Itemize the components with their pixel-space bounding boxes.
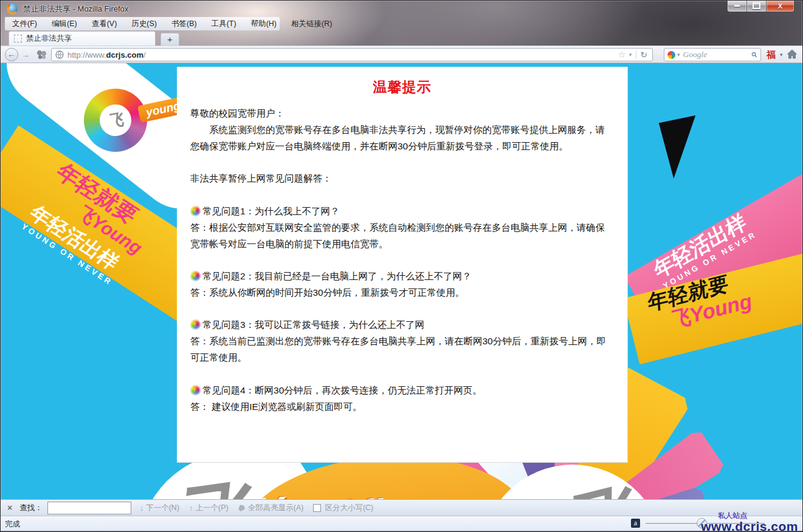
faq-answer: 答：系统从你断网的时间开始30分钟后，重新拨号才可正常使用。 bbox=[190, 284, 614, 301]
faq-pinwheel-icon bbox=[190, 319, 201, 330]
search-magnifier-icon[interactable] bbox=[751, 50, 757, 59]
faq-answer: 答：系统当前已监测出您的宽带账号存在多台电脑共享上网，请在断网30分钟后，重新拨… bbox=[190, 333, 614, 366]
forward-icon: → bbox=[21, 50, 30, 60]
menu-view[interactable]: 查看(V) bbox=[84, 19, 125, 29]
bookmark-star-icon[interactable]: ☆ bbox=[618, 49, 626, 60]
faq-question-text: 常见问题1：为什么我上不了网？ bbox=[202, 203, 340, 219]
url-prefix: http://www. bbox=[67, 50, 106, 60]
window-title: 禁止非法共享 - Mozilla Firefox bbox=[23, 4, 128, 15]
tab-title: 禁止非法共享 bbox=[26, 33, 72, 44]
urlbar-dropdown-icon[interactable]: ▾ bbox=[629, 52, 632, 58]
match-case-checkbox[interactable] bbox=[313, 504, 321, 512]
notice-panel: 温馨提示 尊敬的校园宽带用户： 系统监测到您的宽带账号存在多台电脑非法共享行为，… bbox=[177, 67, 628, 463]
find-label: 查找： bbox=[19, 503, 43, 513]
status-text: 完成 bbox=[5, 519, 20, 530]
notice-greeting: 尊敬的校园宽带用户： bbox=[190, 105, 614, 121]
menu-bookmarks[interactable]: 书签(B) bbox=[164, 19, 204, 29]
black-triangle-decor bbox=[655, 115, 699, 179]
menu-file[interactable]: 文件(F) bbox=[5, 19, 44, 29]
faq-question-text: 常见问题3：我可以正常拨号链接，为什么还上不了网 bbox=[202, 316, 424, 333]
url-suffix: / bbox=[143, 50, 146, 60]
navigation-toolbar: ← → http://www.dcrjs.com/ ☆ ▾ ↻ ▾ 福 ▾ bbox=[0, 46, 803, 63]
panorama-icon[interactable] bbox=[36, 50, 46, 60]
urlbar-separator bbox=[636, 50, 636, 59]
faq-question: 常见问题4：断网30分钟后，再次拨号连接，仍无法正常打开网页。 bbox=[190, 382, 614, 398]
down-arrow-icon: ↓ bbox=[140, 503, 144, 513]
feiyoung-logo-char: 飞 bbox=[97, 102, 134, 138]
menu-help[interactable]: 帮助(H) bbox=[244, 19, 284, 29]
menu-history[interactable]: 历史(S) bbox=[124, 19, 164, 29]
faq-pinwheel-icon bbox=[190, 206, 201, 216]
site-watermark: 私人站点 www.dcrjs.com bbox=[701, 512, 798, 532]
google-icon bbox=[667, 51, 675, 59]
faq-question: 常见问题2：我目前已经是一台电脑上网了，为什么还上不了网？ bbox=[190, 268, 614, 284]
bottom-left-fei-char: 飞 bbox=[170, 463, 261, 499]
faq-answer: 答： 建议使用IE浏览器或刷新页面即可。 bbox=[190, 398, 614, 415]
globe-icon bbox=[55, 50, 64, 59]
find-prev-button[interactable]: ↑ 上一个(P) bbox=[189, 503, 229, 513]
url-domain: dcrjs.com bbox=[106, 50, 143, 60]
faq-question: 常见问题1：为什么我上不了网？ bbox=[190, 203, 614, 219]
faq-pinwheel-icon bbox=[190, 385, 201, 395]
maximize-icon bbox=[753, 2, 760, 9]
faq-pinwheel-icon bbox=[190, 271, 201, 281]
page-viewport: 飞 young 年轻就要 飞Young 年轻活出样 YOUNG OR NEVER… bbox=[0, 63, 803, 499]
search-box[interactable]: ▾ bbox=[664, 48, 761, 61]
up-arrow-icon: ↑ bbox=[189, 503, 193, 513]
faq-item-4: 常见问题4：断网30分钟后，再次拨号连接，仍无法正常打开网页。 答： 建议使用I… bbox=[190, 382, 614, 415]
tab-bar: 禁止非法共享 + bbox=[0, 30, 803, 46]
favicon-placeholder-icon bbox=[14, 35, 22, 43]
reload-icon[interactable]: ↻ bbox=[640, 50, 647, 60]
watermark-line1: 私人站点 bbox=[718, 512, 798, 519]
faq-item-3: 常见问题3：我可以正常拨号链接，为什么还上不了网 答：系统当前已监测出您的宽带账… bbox=[190, 316, 614, 366]
notice-intro: 系统监测到您的宽带账号存在多台电脑非法共享行为，现暂停对你的宽带账号提供上网服务… bbox=[190, 121, 614, 154]
menu-related-links[interactable]: 相关链接(R) bbox=[284, 19, 339, 29]
title-bar: 禁止非法共享 - Mozilla Firefox X bbox=[0, 0, 803, 17]
url-bar[interactable]: http://www.dcrjs.com/ ☆ ▾ ↻ bbox=[51, 48, 653, 61]
menu-edit[interactable]: 编辑(E) bbox=[44, 19, 84, 29]
find-prev-label: 上一个(P) bbox=[196, 503, 229, 513]
faq-answer: 答：根据公安部对互联网安全监管的要求，系统自动检测到您的账号存在多台电脑共享上网… bbox=[190, 219, 614, 252]
faq-item-1: 常见问题1：为什么我上不了网？ 答：根据公安部对互联网安全监管的要求，系统自动检… bbox=[190, 203, 614, 252]
find-input[interactable] bbox=[47, 502, 131, 514]
search-engine-dropdown-icon[interactable]: ▾ bbox=[677, 52, 680, 58]
faq-heading: 非法共享暂停上网常见问题解答： bbox=[190, 170, 614, 186]
match-case-control[interactable]: 区分大小写(C) bbox=[313, 503, 373, 513]
findbar-close-icon[interactable]: × bbox=[7, 503, 12, 513]
addon-dropdown-icon[interactable]: ▾ bbox=[780, 52, 783, 58]
fu-addon-icon[interactable]: 福 bbox=[767, 49, 776, 60]
faq-question-text: 常见问题2：我目前已经是一台电脑上网了，为什么还上不了网？ bbox=[202, 268, 472, 284]
minimize-button[interactable] bbox=[727, 0, 746, 12]
faq-item-2: 常见问题2：我目前已经是一台电脑上网了，为什么还上不了网？ 答：系统从你断网的时… bbox=[190, 268, 614, 301]
close-icon: X bbox=[778, 2, 782, 10]
highlight-all-button[interactable]: 全部高亮显示(A) bbox=[238, 503, 304, 513]
status-bar: 完成 a bbox=[0, 516, 803, 531]
highlight-pen-icon bbox=[236, 503, 246, 512]
forward-button[interactable]: → bbox=[21, 50, 30, 60]
search-input[interactable] bbox=[682, 49, 752, 60]
url-text: http://www.dcrjs.com/ bbox=[67, 50, 616, 60]
notice-title: 温馨提示 bbox=[190, 78, 614, 97]
firefox-icon bbox=[7, 4, 18, 14]
find-next-label: 下一个(N) bbox=[146, 503, 179, 513]
find-next-button[interactable]: ↓ 下一个(N) bbox=[140, 503, 179, 513]
window-controls: X bbox=[727, 0, 794, 12]
highlight-all-label: 全部高亮显示(A) bbox=[248, 503, 304, 513]
spacer bbox=[190, 154, 614, 170]
close-button[interactable]: X bbox=[766, 0, 794, 12]
font-size-icon[interactable]: a bbox=[631, 519, 640, 528]
find-bar: × 查找： ↓ 下一个(N) ↑ 上一个(P) 全部高亮显示(A) 区分大小写(… bbox=[0, 499, 803, 516]
back-button[interactable]: ← bbox=[5, 48, 18, 61]
watermark-line2: www.dcrjs.com bbox=[701, 520, 798, 532]
tab-active[interactable]: 禁止非法共享 bbox=[9, 31, 156, 46]
minimize-icon bbox=[734, 5, 740, 7]
maximize-button[interactable] bbox=[746, 0, 766, 12]
menu-bar: 文件(F) 编辑(E) 查看(V) 历史(S) 书签(B) 工具(T) 帮助(H… bbox=[5, 17, 280, 30]
menu-tools[interactable]: 工具(T) bbox=[204, 19, 244, 29]
home-icon[interactable] bbox=[787, 49, 798, 60]
new-tab-button[interactable]: + bbox=[160, 33, 179, 46]
faq-question: 常见问题3：我可以正常拨号链接，为什么还上不了网 bbox=[190, 316, 614, 333]
faq-question-text: 常见问题4：断网30分钟后，再次拨号连接，仍无法正常打开网页。 bbox=[202, 382, 482, 398]
match-case-label: 区分大小写(C) bbox=[325, 503, 373, 513]
back-icon: ← bbox=[7, 49, 16, 59]
